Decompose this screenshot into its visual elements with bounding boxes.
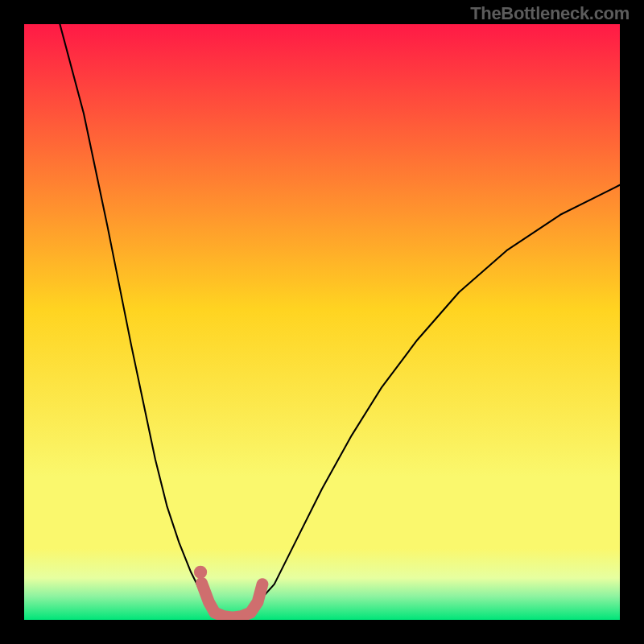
points-layer [194, 566, 207, 579]
chart-root: TheBottleneck.com [0, 0, 644, 644]
chart-background [24, 24, 620, 620]
chart-svg [24, 24, 620, 620]
point-dot-left [194, 566, 207, 579]
watermark-text: TheBottleneck.com [470, 3, 630, 24]
plot-area [24, 24, 620, 620]
